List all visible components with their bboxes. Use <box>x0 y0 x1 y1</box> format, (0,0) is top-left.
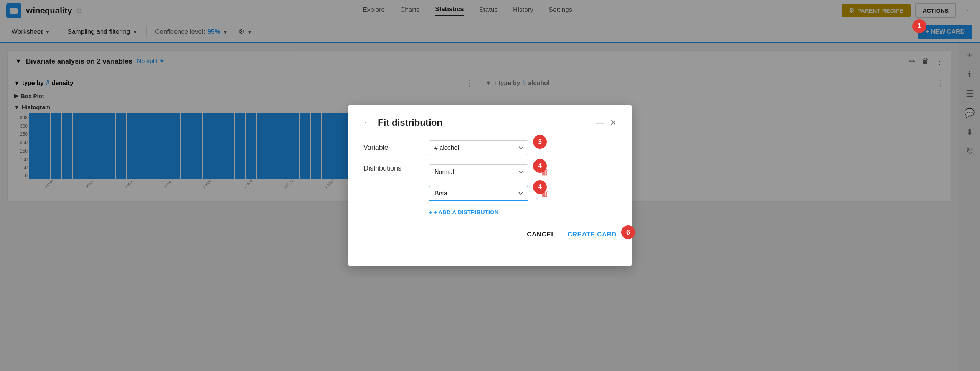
modal-controls: — ✕ <box>596 118 617 127</box>
dist2-badge-wrapper: Normal Beta Gamma Log-normal Uniform 4 <box>429 186 528 201</box>
distribution-1-select[interactable]: Normal Beta Gamma Log-normal Uniform <box>429 164 528 179</box>
variable-row: Variable # alcohol # density # pH # sulp… <box>363 140 617 155</box>
dist1-badge-wrapper: Normal Beta Gamma Log-normal Uniform 4 <box>429 164 528 179</box>
distributions-label-row: Distributions Normal Beta Gamma Log-norm… <box>363 164 617 215</box>
badge-4a: 4 <box>533 159 547 173</box>
modal-overlay: ← Fit distribution — ✕ Variable # alcoho… <box>0 0 980 371</box>
distribution-2-select[interactable]: Normal Beta Gamma Log-normal Uniform <box>429 186 528 201</box>
modal-title: Fit distribution <box>378 117 596 128</box>
close-button[interactable]: ✕ <box>610 118 617 127</box>
variable-label: Variable <box>363 144 421 152</box>
create-card-badge-wrapper: CREATE CARD 6 <box>568 231 617 238</box>
minimize-button[interactable]: — <box>596 118 604 127</box>
modal-back-button[interactable]: ← <box>363 118 372 128</box>
distributions-label: Distributions <box>363 164 421 172</box>
distribution-row-2: Normal Beta Gamma Log-normal Uniform 4 🗑 <box>429 186 549 201</box>
badge-3: 3 <box>533 135 547 149</box>
badge-1: 1 <box>912 19 926 33</box>
create-card-button[interactable]: CREATE CARD <box>568 231 617 238</box>
modal-footer: CANCEL CREATE CARD 6 <box>363 231 617 238</box>
distributions-block: Normal Beta Gamma Log-normal Uniform 4 🗑 <box>429 164 549 215</box>
modal-header: ← Fit distribution — ✕ <box>363 117 617 128</box>
variable-badge-wrapper: # alcohol # density # pH # sulphates 3 <box>429 140 528 155</box>
cancel-button[interactable]: CANCEL <box>527 231 555 238</box>
variable-select[interactable]: # alcohol # density # pH # sulphates <box>429 140 528 155</box>
badge-4b: 4 <box>533 180 547 194</box>
add-distribution-button[interactable]: + + ADD A DISTRIBUTION <box>429 209 549 215</box>
distribution-row-1: Normal Beta Gamma Log-normal Uniform 4 🗑 <box>429 164 549 179</box>
fit-distribution-modal: ← Fit distribution — ✕ Variable # alcoho… <box>348 105 632 266</box>
badge-6: 6 <box>621 225 635 239</box>
